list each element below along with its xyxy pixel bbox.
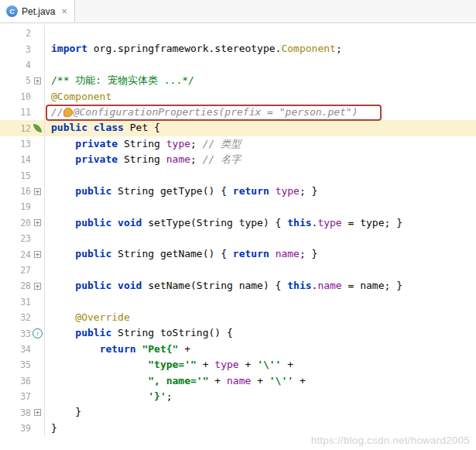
gutter[interactable]: 31 bbox=[0, 294, 45, 310]
code-token: this bbox=[287, 217, 311, 228]
code-token: public void bbox=[75, 217, 148, 228]
fold-marker-icon[interactable]: + bbox=[34, 251, 41, 258]
gutter[interactable]: 37 bbox=[0, 389, 45, 404]
code-line[interactable]: 34 return "Pet{" + bbox=[0, 342, 476, 357]
gutter[interactable]: 36 bbox=[0, 373, 45, 389]
gutter[interactable]: 24+ bbox=[0, 246, 45, 262]
gutter-slot bbox=[31, 136, 44, 152]
gutter[interactable]: 28+ bbox=[0, 278, 45, 294]
gutter[interactable]: 10 bbox=[0, 89, 45, 105]
gutter[interactable]: 14 bbox=[0, 152, 45, 167]
code-line[interactable]: 20+ public void setType(String type) { t… bbox=[0, 215, 476, 231]
gutter[interactable]: 11 bbox=[0, 105, 45, 120]
code-token: private bbox=[75, 138, 124, 149]
code-line[interactable]: 31 bbox=[0, 294, 476, 310]
code-line[interactable]: 3import org.springframework.stereotype.C… bbox=[0, 41, 476, 57]
code-line[interactable]: 38+ } bbox=[0, 404, 476, 420]
code-line[interactable]: 39} bbox=[0, 421, 476, 436]
bulb-icon[interactable] bbox=[63, 108, 73, 117]
line-number: 28 bbox=[20, 280, 31, 291]
gutter[interactable]: 35 bbox=[0, 357, 45, 373]
fold-marker-icon[interactable]: + bbox=[34, 77, 41, 84]
line-number: 4 bbox=[26, 60, 31, 70]
code-line[interactable]: 33↑ public String toString() { bbox=[0, 325, 476, 341]
line-number: 14 bbox=[20, 154, 31, 165]
gutter[interactable]: 15 bbox=[0, 168, 45, 184]
gutter[interactable]: 13 bbox=[0, 136, 45, 152]
code-text: public void setName(String name) { this.… bbox=[45, 278, 476, 294]
gutter-slot bbox=[31, 373, 44, 389]
gutter[interactable]: 4 bbox=[0, 57, 45, 73]
gutter[interactable]: 19 bbox=[0, 199, 45, 215]
gutter[interactable]: 38+ bbox=[0, 404, 45, 420]
code-token: = name; } bbox=[342, 280, 402, 291]
gutter[interactable]: 32 bbox=[0, 310, 45, 325]
code-line[interactable]: 10@Component bbox=[0, 89, 476, 105]
gutter-slot bbox=[31, 421, 44, 436]
gutter-slot: + bbox=[31, 404, 44, 420]
code-editor[interactable]: 23import org.springframework.stereotype.… bbox=[0, 23, 476, 450]
override-method-icon[interactable]: ↑ bbox=[33, 328, 43, 338]
code-line[interactable]: 16+ public String getType() { return typ… bbox=[0, 184, 476, 199]
code-line[interactable]: 5+/** 功能: 宠物实体类 ...*/ bbox=[0, 73, 476, 88]
code-token bbox=[51, 327, 75, 338]
code-token: name bbox=[317, 280, 341, 291]
code-line[interactable]: 36 ", name='" + name + '\'' + bbox=[0, 373, 476, 389]
java-class-icon: C bbox=[6, 5, 18, 17]
code-token: "Pet{" bbox=[142, 343, 178, 355]
code-line[interactable]: 32 @Override bbox=[0, 310, 476, 325]
code-line[interactable]: 24+ public String getName() { return nam… bbox=[0, 246, 476, 262]
gutter[interactable]: 27 bbox=[0, 263, 45, 278]
gutter[interactable]: 20+ bbox=[0, 215, 45, 231]
code-line[interactable]: 11//@ConfigurationProperties(prefix = "p… bbox=[0, 105, 476, 120]
gutter[interactable]: 16+ bbox=[0, 184, 45, 199]
gutter-slot: + bbox=[31, 246, 44, 262]
gutter[interactable]: 34 bbox=[0, 342, 45, 357]
code-line[interactable]: 12public class Pet { bbox=[0, 120, 476, 136]
code-token: public class bbox=[51, 122, 130, 133]
line-number: 38 bbox=[20, 407, 31, 418]
gutter[interactable]: 12 bbox=[0, 120, 45, 136]
gutter[interactable]: 5+ bbox=[0, 73, 45, 88]
gutter-slot bbox=[31, 231, 44, 246]
spring-bean-icon[interactable] bbox=[33, 124, 42, 132]
code-token: type bbox=[214, 359, 238, 370]
code-line[interactable]: 23 bbox=[0, 231, 476, 246]
gutter-slot bbox=[31, 57, 44, 73]
code-line[interactable]: 14 private String name; // 名字 bbox=[0, 152, 476, 167]
gutter-slot: ↑ bbox=[31, 325, 44, 341]
code-line[interactable]: 28+ public void setName(String name) { t… bbox=[0, 278, 476, 294]
fold-marker-icon[interactable]: + bbox=[34, 283, 41, 290]
code-token bbox=[51, 375, 148, 386]
fold-marker-icon[interactable]: + bbox=[34, 188, 41, 195]
line-number: 5 bbox=[26, 75, 31, 86]
line-number: 20 bbox=[20, 218, 31, 228]
gutter-slot bbox=[31, 26, 44, 41]
line-number: 16 bbox=[20, 186, 31, 197]
code-line[interactable]: 15 bbox=[0, 168, 476, 184]
gutter-slot bbox=[31, 199, 44, 215]
tab-pet-java[interactable]: C Pet.java × bbox=[0, 0, 75, 22]
code-line[interactable]: 19 bbox=[0, 199, 476, 215]
gutter[interactable]: 2 bbox=[0, 26, 45, 41]
code-line[interactable]: 37 '}'; bbox=[0, 389, 476, 404]
fold-marker-icon[interactable]: + bbox=[34, 409, 41, 416]
gutter[interactable]: 23 bbox=[0, 231, 45, 246]
code-token: type bbox=[276, 185, 300, 197]
code-line[interactable]: 4 bbox=[0, 57, 476, 73]
code-token: + bbox=[178, 343, 190, 355]
gutter[interactable]: 39 bbox=[0, 421, 45, 436]
code-token: @ConfigurationProperties(prefix = "perso… bbox=[74, 106, 358, 118]
gutter[interactable]: 3 bbox=[0, 41, 45, 57]
code-token: return bbox=[233, 185, 276, 197]
fold-marker-icon[interactable]: + bbox=[34, 219, 41, 226]
code-line[interactable]: 2 bbox=[0, 26, 476, 41]
code-token: + bbox=[293, 375, 306, 386]
code-line[interactable]: 13 private String type; // 类型 bbox=[0, 136, 476, 152]
tab-close-icon[interactable]: × bbox=[61, 6, 67, 16]
code-token: // bbox=[51, 106, 63, 118]
code-text: '}'; bbox=[45, 389, 476, 404]
code-line[interactable]: 35 "type='" + type + '\'' + bbox=[0, 357, 476, 373]
gutter[interactable]: 33↑ bbox=[0, 325, 45, 341]
code-line[interactable]: 27 bbox=[0, 263, 476, 278]
